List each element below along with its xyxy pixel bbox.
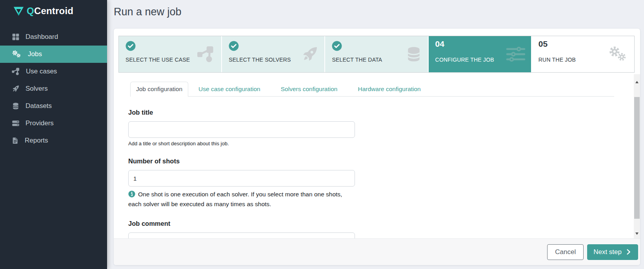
wizard-stepper: SELECT THE USE CASE SELECT THE SOLVERS S… (118, 36, 635, 73)
sidebar-item-label: Providers (25, 119, 54, 127)
step-run-job[interactable]: 05 RUN THE JOB (531, 36, 634, 72)
chevron-right-icon (625, 249, 632, 255)
number-of-shots-input[interactable] (128, 170, 355, 187)
sidebar-nav: Dashboard Jobs Use cases Solvers Dataset… (0, 28, 107, 149)
page-title: Run a new job (114, 6, 182, 18)
job-comment-label: Job comment (128, 220, 614, 227)
sidebar-item-reports[interactable]: Reports (0, 132, 107, 149)
job-comment-input[interactable] (128, 232, 355, 238)
cogs-icon (12, 50, 22, 59)
step-label: SELECT THE USE CASE (126, 57, 190, 63)
step-label: SELECT THE SOLVERS (229, 57, 291, 63)
report-icon (12, 137, 19, 145)
step-label: CONFIGURE THE JOB (435, 57, 494, 63)
step-label: RUN THE JOB (538, 57, 576, 63)
scrollbar-up-arrow-icon[interactable] (635, 81, 639, 83)
cancel-button[interactable]: Cancel (547, 244, 584, 260)
tab-use-case-configuration[interactable]: Use case configuration (188, 82, 271, 96)
check-circle-icon (229, 41, 239, 51)
job-title-label: Job title (128, 109, 614, 116)
config-scroll-area: Job configuration Use case configuration… (114, 74, 634, 238)
sidebar-item-providers[interactable]: Providers (0, 115, 107, 132)
step-select-use-case[interactable]: SELECT THE USE CASE (119, 36, 221, 72)
grid-icon (12, 33, 20, 41)
tab-job-configuration[interactable]: Job configuration (130, 82, 188, 97)
job-title-helper: Add a title or short description about t… (128, 141, 614, 146)
sidebar-item-label: Solvers (25, 85, 48, 93)
config-tabs: Job configuration Use case configuration… (130, 82, 614, 97)
step-select-solvers[interactable]: SELECT THE SOLVERS (221, 36, 324, 72)
rocket-icon (12, 85, 20, 93)
job-title-input[interactable] (128, 121, 355, 138)
sidebar-item-label: Use cases (26, 68, 57, 75)
shots-helper: One shot is one execution of each solver… (128, 189, 355, 209)
qcentroid-logo-icon (13, 6, 24, 16)
info-icon (128, 190, 135, 198)
sidebar-item-label: Dashboard (25, 33, 58, 41)
sidebar-item-solvers[interactable]: Solvers (0, 80, 107, 97)
cogs-icon (608, 46, 629, 63)
check-circle-icon (126, 41, 136, 51)
database-icon (405, 46, 422, 63)
vertical-scrollbar[interactable] (634, 74, 640, 238)
sidebar: QCentroid Dashboard Jobs Use cases Solve… (0, 0, 107, 269)
number-of-shots-label: Number of shots (128, 157, 614, 165)
sliders-icon (506, 46, 526, 62)
network-icon (196, 46, 216, 62)
network-icon (12, 68, 20, 75)
sidebar-item-jobs[interactable]: Jobs (0, 46, 107, 63)
step-select-data[interactable]: SELECT THE DATA (324, 36, 428, 72)
app-logo[interactable]: QCentroid (13, 5, 73, 16)
step-number: 04 (435, 39, 444, 49)
next-step-button[interactable]: Next step (587, 244, 638, 260)
scrollbar-thumb[interactable] (634, 97, 640, 219)
sidebar-item-label: Datasets (25, 102, 52, 110)
server-icon (12, 119, 20, 127)
wizard-footer: Cancel Next step (114, 238, 640, 265)
rocket-icon (301, 46, 319, 63)
check-circle-icon (332, 41, 342, 51)
sidebar-item-datasets[interactable]: Datasets (0, 97, 107, 115)
next-step-label: Next step (593, 248, 622, 256)
main-content: Run a new job SELECT THE USE CASE SELECT… (107, 0, 644, 269)
job-configuration-form: Job title Add a title or short descripti… (114, 109, 634, 238)
sidebar-item-label: Reports (25, 137, 48, 145)
sidebar-item-label: Jobs (28, 50, 42, 58)
tab-hardware-configuration[interactable]: Hardware configuration (347, 82, 431, 96)
step-label: SELECT THE DATA (332, 57, 382, 63)
sidebar-item-dashboard[interactable]: Dashboard (0, 28, 107, 46)
tab-solvers-configuration[interactable]: Solvers configuration (271, 82, 348, 96)
database-icon (12, 102, 20, 110)
step-number: 05 (538, 39, 548, 49)
step-configure-job[interactable]: 04 CONFIGURE THE JOB (428, 36, 531, 72)
scrollbar-down-arrow-icon[interactable] (635, 232, 639, 235)
run-job-card: SELECT THE USE CASE SELECT THE SOLVERS S… (114, 29, 640, 265)
sidebar-item-use-cases[interactable]: Use cases (0, 63, 107, 80)
app-logo-text: QCentroid (27, 5, 73, 16)
